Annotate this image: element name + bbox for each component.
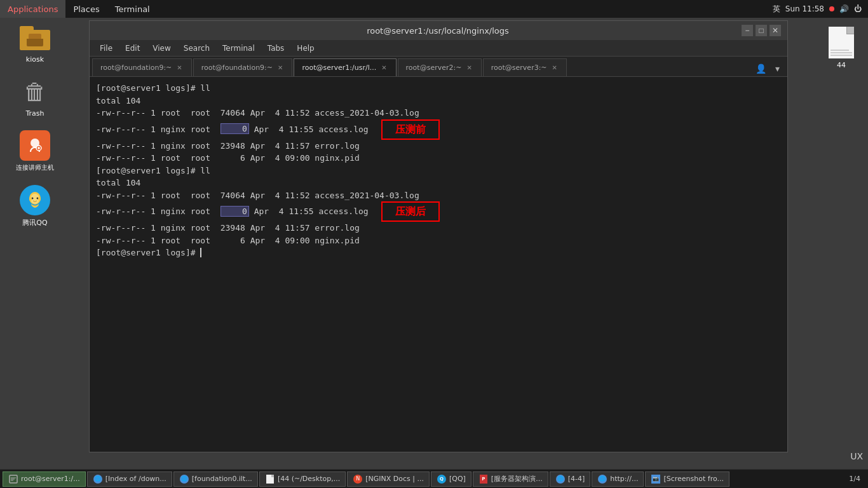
- connect-label: 连接讲师主机: [16, 163, 54, 172]
- terminal-titlebar: root@server1:/usr/local/nginx/logs − □ ✕: [90, 21, 787, 40]
- notification-dot: [829, 6, 834, 11]
- desktop-icon-connect[interactable]: 连接讲师主机: [10, 130, 60, 172]
- kiosk-label: kiosk: [26, 55, 44, 64]
- taskbar-icon-6: Q: [437, 474, 447, 484]
- menu-file[interactable]: File: [95, 43, 118, 54]
- menu-search[interactable]: Search: [179, 43, 215, 54]
- line-4: -rw-r--r-- 1 nginx root 0 Apr 4 11:55 ac…: [96, 119, 781, 140]
- line-5: -rw-r--r-- 1 nginx root 23948 Apr 4 11:5…: [96, 140, 781, 152]
- terminal-content[interactable]: [root@server1 logs]# ll total 104 -rw-r-…: [90, 77, 787, 452]
- volume-icon[interactable]: 🔊: [839, 4, 849, 13]
- svg-point-9: [38, 197, 41, 201]
- taskbar-item-7[interactable]: P [服务器架构演...: [473, 471, 548, 487]
- tab-4-close[interactable]: ✕: [465, 64, 473, 71]
- taskbar-label-9: http://...: [610, 475, 638, 483]
- trash-label: Trash: [25, 109, 44, 118]
- terminal-window: root@server1:/usr/local/nginx/logs − □ ✕…: [89, 20, 788, 452]
- taskbar-item-1[interactable]: root@server1:/...: [3, 471, 86, 487]
- line-7: [root@server1 logs]# ll: [96, 165, 781, 177]
- taskbar-icon-9: 🌐: [597, 474, 607, 484]
- minimize-button[interactable]: −: [742, 25, 753, 36]
- desktop-icon-trash[interactable]: 🗑 Trash: [10, 76, 60, 118]
- taskbar-label-6: [QQ]: [449, 475, 466, 483]
- file44-label: 44: [837, 61, 846, 69]
- taskbar-item-8[interactable]: 🌐 [4-4]: [550, 471, 591, 487]
- taskbar-label-1: root@server1:/...: [21, 475, 80, 483]
- menu-edit[interactable]: Edit: [120, 43, 145, 54]
- line-13: [root@server1 logs]#: [96, 247, 781, 259]
- applications-menu[interactable]: Applications: [0, 0, 65, 18]
- taskbar-icon-7: P: [478, 474, 489, 484]
- taskbar-label-3: [foundation0.ilt...: [192, 475, 252, 483]
- menu-terminal[interactable]: Terminal: [217, 43, 260, 54]
- topbar: Applications Places Terminal 英 Sun 11:58…: [0, 0, 868, 18]
- taskbar-label-8: [4-4]: [568, 475, 585, 483]
- taskbar-item-6[interactable]: Q [QQ]: [431, 471, 471, 487]
- menu-view[interactable]: View: [147, 43, 175, 54]
- maximize-button[interactable]: □: [756, 25, 767, 36]
- tab-5-label: root@server3:~: [491, 64, 547, 72]
- desktop: Applications Places Terminal 英 Sun 11:58…: [0, 0, 868, 488]
- menu-help[interactable]: Help: [292, 43, 319, 54]
- tab-4[interactable]: root@server2:~ ✕: [398, 58, 482, 76]
- taskbar-icon-8: 🌐: [555, 474, 566, 484]
- taskbar-item-5[interactable]: N [NGINX Docs | ...: [347, 471, 430, 487]
- taskbar-icon-3: 🌐: [179, 474, 189, 484]
- tab-1-label: root@foundation9:~: [100, 64, 172, 72]
- taskbar-label-10: [Screenshot fro...: [663, 475, 724, 483]
- tab-1-close[interactable]: ✕: [175, 64, 183, 71]
- new-tab-button[interactable]: 👤: [753, 61, 768, 76]
- taskbar-item-10[interactable]: 📷 [Screenshot fro...: [645, 471, 729, 487]
- taskbar-item-9[interactable]: 🌐 http://...: [592, 471, 644, 487]
- clock: Sun 11:58: [785, 4, 824, 13]
- desktop-icon-qq[interactable]: 腾讯QQ: [10, 185, 60, 227]
- menu-tabs[interactable]: Tabs: [262, 43, 290, 54]
- tab-extras: 👤 ▾: [753, 61, 785, 76]
- annotation-after: 压测后: [381, 201, 440, 222]
- terminal-title: root@server1:/usr/local/nginx/logs: [134, 26, 742, 36]
- taskbar-label-2: [Index of /down...: [105, 475, 166, 483]
- tab-5[interactable]: root@server3:~ ✕: [483, 58, 567, 76]
- tab-3[interactable]: root@server1:/usr/l... ✕: [294, 58, 396, 76]
- line-12: -rw-r--r-- 1 root root 6 Apr 4 09:00 ngi…: [96, 234, 781, 247]
- language-indicator[interactable]: 英: [773, 4, 780, 15]
- terminal-menubar: File Edit View Search Terminal Tabs Help: [90, 40, 787, 57]
- taskbar-label-4: [44 (~/Desktop,...: [278, 475, 340, 483]
- places-menu[interactable]: Places: [65, 0, 107, 18]
- taskbar-label-5: [NGINX Docs | ...: [365, 475, 424, 483]
- taskbar-icon-4: [265, 474, 275, 484]
- power-icon[interactable]: ⏻: [854, 4, 862, 13]
- page-indicator: 1/4: [844, 475, 865, 483]
- tab-2[interactable]: root@foundation9:~ ✕: [193, 58, 293, 76]
- tab-2-close[interactable]: ✕: [276, 64, 284, 71]
- tab-3-close[interactable]: ✕: [380, 64, 388, 71]
- taskbar-icon-5: N: [353, 474, 363, 484]
- line-8: total 104: [96, 177, 781, 189]
- taskbar-item-4[interactable]: [44 (~/Desktop,...: [259, 471, 346, 487]
- taskbar-icon-2: 🌐: [93, 474, 103, 484]
- desktop-icon-kiosk[interactable]: kiosk: [10, 22, 60, 64]
- tab-scroll-button[interactable]: ▾: [770, 61, 785, 76]
- close-button[interactable]: ✕: [770, 25, 781, 36]
- tab-5-close[interactable]: ✕: [551, 64, 559, 71]
- line-2: total 104: [96, 95, 781, 107]
- svg-point-8: [29, 197, 32, 201]
- terminal-menu[interactable]: Terminal: [107, 0, 158, 18]
- taskbar-icon-10: 📷: [651, 474, 661, 484]
- taskbar-item-3[interactable]: 🌐 [foundation0.ilt...: [173, 471, 258, 487]
- tab-3-label: root@server1:/usr/l...: [302, 64, 376, 72]
- tab-1[interactable]: root@foundation9:~ ✕: [92, 58, 192, 76]
- qq-label: 腾讯QQ: [22, 218, 47, 227]
- terminal-tabs: root@foundation9:~ ✕ root@foundation9:~ …: [90, 57, 787, 77]
- annotation-before: 压测前: [381, 119, 440, 140]
- taskbar-item-2[interactable]: 🌐 [Index of /down...: [87, 471, 172, 487]
- taskbar-label-7: [服务器架构演...: [491, 474, 543, 484]
- taskbar-icon-1: [8, 474, 18, 484]
- line-11: -rw-r--r-- 1 nginx root 23948 Apr 4 11:5…: [96, 222, 781, 234]
- taskbar: root@server1:/... 🌐 [Index of /down... 🌐…: [0, 469, 868, 488]
- tab-4-label: root@server2:~: [406, 64, 462, 72]
- desktop-icon-file44[interactable]: 44: [829, 27, 854, 69]
- line-1: [root@server1 logs]# ll: [96, 82, 781, 95]
- line-9: -rw-r--r-- 1 root root 74064 Apr 4 11:52…: [96, 189, 781, 202]
- desktop-icons-left: kiosk 🗑 Trash: [10, 22, 60, 227]
